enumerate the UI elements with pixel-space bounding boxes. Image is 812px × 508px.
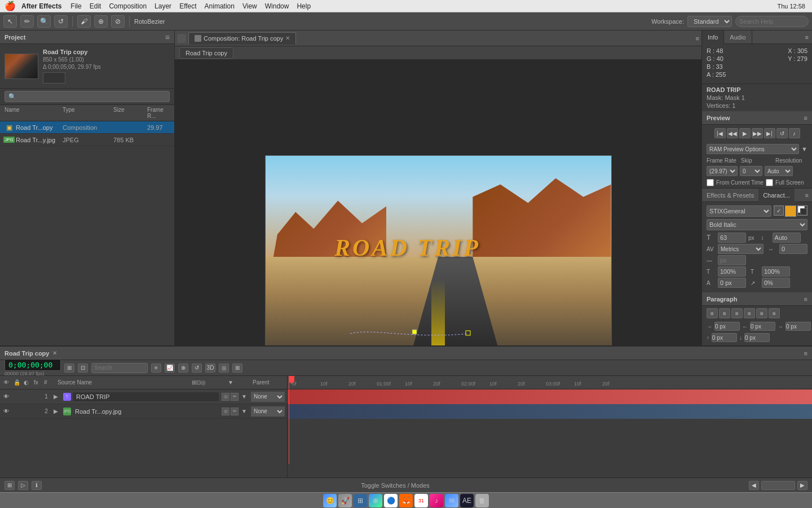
menu-view[interactable]: View xyxy=(242,2,257,10)
timeline-playhead[interactable] xyxy=(289,376,289,464)
scroll-left-btn[interactable]: ◀ xyxy=(749,481,759,490)
fps-select[interactable]: (29.97) xyxy=(707,166,738,176)
tl-solo-btn[interactable]: ◎ xyxy=(219,364,229,373)
layer2-solo[interactable]: ◎ xyxy=(222,408,230,415)
comp-tab-close[interactable]: ✕ xyxy=(285,35,290,41)
align-center-btn[interactable]: ≡ xyxy=(719,308,730,318)
paragraph-panel-menu[interactable]: ≡ xyxy=(804,296,807,303)
font-size-input[interactable]: 63 xyxy=(718,233,746,243)
dock-mission-control[interactable]: ⊞ xyxy=(354,494,367,507)
leading-input[interactable] xyxy=(773,233,801,243)
tab-audio[interactable]: Audio xyxy=(724,30,752,44)
ram-dropdown-icon[interactable]: ▼ xyxy=(801,146,807,152)
list-item[interactable]: JPG Road Tr...y.jpg JPEG 785 KB xyxy=(0,134,174,146)
ram-preview-select[interactable]: RAM Preview Options xyxy=(707,144,799,154)
menu-help[interactable]: Help xyxy=(297,2,311,10)
tracking-type-select[interactable]: Metrics xyxy=(718,244,764,254)
comp-name-tab[interactable]: Road Trip copy xyxy=(179,47,233,59)
tl-zoom-btn[interactable]: ⊡ xyxy=(78,364,88,373)
timeline-tab-close[interactable]: ✕ xyxy=(52,350,57,356)
tl-preview-btn[interactable]: ▷ xyxy=(18,481,28,490)
font-select[interactable]: STIXGeneral xyxy=(707,205,771,217)
timeline-tab-label[interactable]: Road Trip copy xyxy=(5,350,49,357)
indent-left-input[interactable] xyxy=(714,322,740,331)
menu-animation[interactable]: Animation xyxy=(205,2,235,10)
tab-info[interactable]: Info xyxy=(702,30,724,44)
dock-after-effects[interactable]: AE xyxy=(460,494,474,507)
app-name[interactable]: After Effects xyxy=(21,2,61,10)
layer1-vis-btn[interactable]: 👁 xyxy=(2,393,10,401)
step-fwd-btn[interactable]: ▶▶ xyxy=(752,128,763,138)
baseline-input[interactable] xyxy=(718,278,746,288)
apple-menu[interactable]: 🍎 xyxy=(5,1,16,11)
layer2-name[interactable]: Road Tr...opy.jpg xyxy=(73,408,219,415)
dock-safari[interactable]: ⊕ xyxy=(369,494,382,507)
justify-btn[interactable]: ≡ xyxy=(744,308,755,318)
menu-composition[interactable]: Composition xyxy=(109,2,147,10)
tool-rotate[interactable]: ↺ xyxy=(54,15,68,28)
list-item[interactable]: ▣ Road Tr...opy Composition 29.97 xyxy=(0,121,174,134)
horiz-scale-input[interactable] xyxy=(762,266,790,277)
tl-motion-btn[interactable]: ↺ xyxy=(192,364,202,373)
tl-tools-btn[interactable]: ≡ xyxy=(151,364,161,373)
track-bar-layer2[interactable] xyxy=(288,404,812,419)
layer2-vis-btn[interactable]: 👁 xyxy=(2,408,10,415)
indent-right-input[interactable] xyxy=(750,322,775,331)
tracking-value-input[interactable]: 0 xyxy=(779,244,807,254)
space-before-input[interactable] xyxy=(712,333,737,342)
timeline-search-input[interactable] xyxy=(91,363,148,373)
layer1-blend-select[interactable]: None xyxy=(251,392,285,402)
menu-window[interactable]: Window xyxy=(265,2,289,10)
loop-btn[interactable]: ↺ xyxy=(776,128,788,138)
menu-effect[interactable]: Effect xyxy=(179,2,196,10)
timeline-timecode[interactable]: 0;00;00;00 xyxy=(5,359,61,371)
align-right-btn[interactable]: ≡ xyxy=(731,308,743,318)
text-color-swatch[interactable] xyxy=(785,205,796,217)
vert-scale-input[interactable] xyxy=(718,266,746,277)
dock-itunes[interactable]: ♪ xyxy=(430,494,443,507)
layer1-lock-btn[interactable] xyxy=(12,393,20,401)
comp-panel-menu[interactable]: ≡ xyxy=(696,35,699,42)
step-back-btn[interactable]: ◀◀ xyxy=(727,128,738,138)
menu-layer[interactable]: Layer xyxy=(155,2,171,10)
tl-home-btn[interactable]: ⊞ xyxy=(64,364,74,373)
menu-file[interactable]: File xyxy=(70,2,81,10)
layer2-fx-btn[interactable] xyxy=(31,408,39,415)
eyedropper-icon[interactable]: ✓ xyxy=(774,205,784,216)
tab-character[interactable]: Charact... xyxy=(758,189,795,202)
dock-chrome[interactable]: 🔵 xyxy=(384,494,398,507)
dock-calendar[interactable]: 31 xyxy=(414,494,428,507)
track-bar-layer1[interactable] xyxy=(288,389,812,404)
tool-brush[interactable]: 🖌 xyxy=(77,15,91,28)
info-panel-menu[interactable]: ≡ xyxy=(802,34,812,41)
from-current-checkbox[interactable] xyxy=(707,179,714,186)
justify-force-btn[interactable]: ≡ xyxy=(769,308,780,318)
layer1-fx-btn[interactable] xyxy=(31,393,39,401)
font-style-select[interactable]: Bold Italic xyxy=(707,219,807,230)
align-left-btn[interactable]: ≡ xyxy=(707,308,718,318)
tl-frame-btn[interactable]: ⊞ xyxy=(232,364,242,373)
search-help-input[interactable] xyxy=(735,16,809,27)
jump-end-btn[interactable]: ▶| xyxy=(764,128,775,138)
skip-select[interactable]: 0 xyxy=(740,166,762,176)
tool-eraser[interactable]: ⊘ xyxy=(111,15,125,28)
audio-btn[interactable]: ♪ xyxy=(789,128,800,138)
justify-all-btn[interactable]: ≡ xyxy=(756,308,767,318)
layer2-blend-select[interactable]: None xyxy=(251,406,285,417)
dock-mail[interactable]: ✉ xyxy=(445,494,458,507)
layer2-expand[interactable]: ▶ xyxy=(54,408,61,414)
layer2-lock-btn[interactable] xyxy=(12,408,20,415)
layer1-shy-btn[interactable] xyxy=(21,393,29,401)
line-value-input[interactable] xyxy=(718,255,746,265)
dock-trash[interactable]: 🗑 xyxy=(475,494,489,507)
char-secondary-color[interactable] xyxy=(797,205,807,216)
tl-render-queue-btn[interactable]: ⊞ xyxy=(5,481,15,490)
project-panel-menu[interactable]: ≡ xyxy=(165,33,170,42)
tl-info-btn[interactable]: ℹ xyxy=(32,481,42,490)
layer2-shy-btn[interactable] xyxy=(21,408,29,415)
dock-finder[interactable]: 😊 xyxy=(323,494,337,507)
scroll-right-btn[interactable]: ▶ xyxy=(797,481,807,490)
jump-start-btn[interactable]: |◀ xyxy=(714,128,726,138)
workspace-select[interactable]: Standard xyxy=(687,16,732,27)
full-screen-checkbox[interactable] xyxy=(766,179,773,186)
